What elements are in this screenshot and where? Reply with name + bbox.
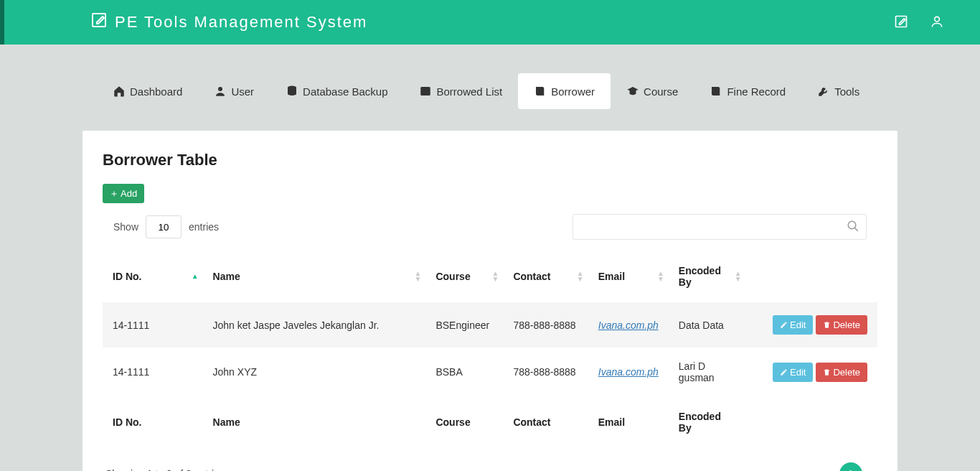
col-email[interactable]: Email▲▼ — [588, 251, 669, 302]
tab-label: Dashboard — [130, 85, 182, 98]
cell-contact: 788-888-8888 — [503, 302, 588, 348]
cell-name: John ket Jaspe Javeles Jekanglan Jr. — [203, 302, 426, 348]
panel-borrower: Borrower Table Add Show entries ID No.▲N… — [83, 131, 897, 471]
edit-button[interactable]: Edit — [773, 363, 813, 382]
topbar: PE Tools Management System — [0, 0, 980, 45]
home-icon — [113, 85, 126, 98]
sort-icon: ▲▼ — [657, 271, 664, 282]
prev-page-button[interactable]: ‹ — [826, 467, 830, 471]
entries-label: entries — [189, 221, 219, 233]
cell-email-link[interactable]: Ivana.com.ph — [598, 320, 659, 331]
search-input[interactable] — [573, 214, 867, 240]
cell-course: BSEngineer — [425, 302, 503, 348]
tab-tools[interactable]: Tools — [801, 73, 875, 109]
delete-button[interactable]: Delete — [816, 363, 867, 382]
col-name[interactable]: Name▲▼ — [203, 251, 426, 302]
tab-course[interactable]: Course — [611, 73, 694, 109]
footer-col: ID No. — [103, 396, 203, 448]
user-icon — [214, 85, 227, 98]
cell-id: 14-1111 — [103, 302, 203, 348]
tab-label: Borrowed List — [436, 85, 502, 98]
tab-label: Fine Record — [727, 85, 786, 98]
database-icon — [286, 85, 298, 98]
svg-point-6 — [848, 221, 856, 229]
tab-label: Database Backup — [303, 85, 387, 98]
sort-icon: ▲▼ — [577, 271, 584, 282]
cell-encoded: Lari D gusman — [669, 348, 746, 396]
showing-info: Showing 1 to 2 of 2 entries — [105, 468, 225, 471]
show-label: Show — [113, 221, 138, 233]
footer-col: Contact — [503, 396, 588, 448]
table-footer: Showing 1 to 2 of 2 entries ‹ 1 › — [103, 462, 877, 471]
cell-id: 14-1111 — [103, 348, 203, 396]
col-encoded-by[interactable]: Encoded By▲▼ — [669, 251, 746, 302]
brand-title: PE Tools Management System — [115, 13, 367, 32]
add-button-label: Add — [121, 188, 137, 199]
col-id-no-[interactable]: ID No.▲ — [103, 251, 203, 302]
svg-rect-5 — [421, 87, 431, 95]
tab-label: Course — [644, 85, 678, 98]
search-box — [573, 214, 867, 240]
panel-title: Borrower Table — [103, 151, 877, 169]
edit-square-icon — [90, 11, 108, 33]
wrench-icon — [817, 85, 830, 98]
sort-icon: ▲▼ — [491, 271, 499, 282]
list-icon — [419, 85, 432, 98]
tab-label: Tools — [834, 85, 859, 98]
footer-col: Encoded By — [669, 396, 746, 448]
next-page-button[interactable]: › — [871, 467, 875, 471]
compose-icon[interactable] — [894, 14, 908, 31]
topbar-actions — [894, 14, 944, 31]
cell-contact: 788-888-8888 — [503, 348, 588, 396]
edit-button[interactable]: Edit — [773, 315, 813, 335]
col-course[interactable]: Course▲▼ — [425, 251, 503, 302]
tab-database-backup[interactable]: Database Backup — [270, 73, 403, 109]
footer-col: Name — [203, 396, 426, 448]
footer-col: Course — [425, 396, 503, 448]
book-icon — [710, 85, 722, 98]
cell-encoded: Data Data — [669, 302, 746, 348]
sort-icon: ▲▼ — [415, 271, 422, 282]
tab-borrowed-list[interactable]: Borrowed List — [403, 73, 518, 109]
sort-icon: ▲▼ — [735, 271, 742, 282]
book-icon — [534, 85, 547, 98]
search-icon — [847, 220, 859, 235]
tab-label: Borrower — [551, 85, 595, 98]
cell-course: BSBA — [425, 348, 503, 396]
delete-button[interactable]: Delete — [816, 315, 867, 335]
add-button[interactable]: Add — [103, 184, 144, 203]
pagination: ‹ 1 › — [826, 462, 875, 471]
table-controls: Show entries — [103, 214, 877, 240]
cell-email-link[interactable]: Ivana.com.ph — [598, 366, 659, 378]
cell-name: John XYZ — [203, 348, 426, 396]
sort-icon: ▲ — [192, 274, 199, 279]
col-contact[interactable]: Contact▲▼ — [503, 251, 588, 302]
content: DashboardUserDatabase BackupBorrowed Lis… — [0, 45, 980, 471]
gradcap-icon — [626, 85, 639, 98]
table-row: 14-1111John ket Jaspe Javeles Jekanglan … — [103, 302, 877, 348]
table-row: 14-1111John XYZBSBA788-888-8888Ivana.com… — [103, 348, 877, 396]
tab-user[interactable]: User — [198, 73, 270, 109]
tab-borrower[interactable]: Borrower — [518, 73, 611, 109]
brand: PE Tools Management System — [90, 11, 367, 33]
show-entries: Show entries — [113, 215, 219, 238]
tab-label: User — [231, 85, 254, 98]
borrower-table: ID No.▲Name▲▼Course▲▼Contact▲▼Email▲▼Enc… — [103, 251, 877, 448]
footer-col: Email — [588, 396, 669, 448]
user-avatar-icon[interactable] — [930, 14, 944, 31]
svg-point-2 — [935, 17, 940, 22]
svg-point-3 — [218, 87, 222, 91]
entries-input[interactable] — [146, 215, 182, 238]
tab-fine-record[interactable]: Fine Record — [694, 73, 801, 109]
page-number[interactable]: 1 — [839, 462, 862, 471]
nav-tabs: DashboardUserDatabase BackupBorrowed Lis… — [83, 73, 897, 109]
tab-dashboard[interactable]: Dashboard — [97, 73, 198, 109]
